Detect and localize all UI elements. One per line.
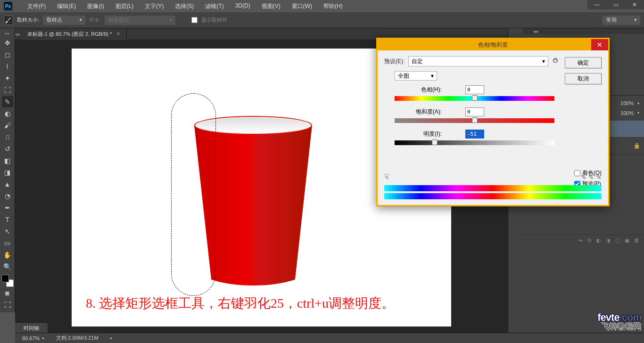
menu-view[interactable]: 视图(V) xyxy=(256,0,286,12)
show-sample-ring-label: 显示取样环 xyxy=(201,16,227,24)
menu-file[interactable]: 文件(F) xyxy=(22,0,51,12)
workspace-select[interactable]: 常用 xyxy=(603,16,640,25)
group-icon[interactable]: ▢ xyxy=(615,237,620,244)
lightness-label: 明度(I): xyxy=(395,130,465,138)
maximize-button[interactable]: ▭ xyxy=(606,0,625,9)
mask-icon[interactable]: ◐ xyxy=(596,237,601,244)
blur-tool[interactable]: ▲ xyxy=(2,179,13,190)
crop-tool[interactable]: ⛶ xyxy=(2,84,13,96)
lightness-input[interactable] xyxy=(465,130,484,139)
eraser-tool[interactable]: ◧ xyxy=(2,155,13,166)
cancel-button[interactable]: 取消 xyxy=(565,73,602,84)
opacity-value-1[interactable]: 100% xyxy=(615,100,634,106)
lasso-tool[interactable]: ⌇ xyxy=(2,61,13,72)
screen-mode-tool[interactable]: ⛶ xyxy=(2,299,13,310)
app-logo: Ps xyxy=(4,2,12,10)
menu-help[interactable]: 帮助(H) xyxy=(318,0,348,12)
menu-layer[interactable]: 图层(L) xyxy=(110,0,140,12)
colorize-checkbox-label[interactable]: 着色(O) xyxy=(574,169,602,177)
text-tool[interactable]: T xyxy=(2,214,13,225)
minimize-button[interactable]: — xyxy=(587,0,606,9)
zoom-level: 80.67% ▸ xyxy=(22,335,44,341)
colorize-checkbox[interactable] xyxy=(574,170,580,176)
dialog-title: 色相/饱和度 xyxy=(478,41,508,49)
scrubby-slider-icon[interactable]: ☟ xyxy=(384,172,389,181)
menu-filter[interactable]: 滤镜(T) xyxy=(199,0,229,12)
annotation-text: 8. 选择矩形选框工具，右键羽化25，ctrl+u调整明度。 xyxy=(86,294,395,312)
zoom-tool[interactable]: 🔍 xyxy=(2,261,13,272)
watermark: fevte.com 飞特教程网 xyxy=(597,311,642,332)
fx-icon[interactable]: fx xyxy=(587,237,592,244)
saturation-slider[interactable] xyxy=(395,118,554,123)
menu-type[interactable]: 文字(Y) xyxy=(139,0,169,12)
range-select[interactable]: 全图 xyxy=(395,71,437,81)
shape-tool[interactable]: ▭ xyxy=(2,237,13,249)
magic-wand-tool[interactable]: ✦ xyxy=(2,73,13,84)
gradient-tool[interactable]: ◨ xyxy=(2,167,13,178)
timeline-tab[interactable]: 时间轴 xyxy=(15,323,48,333)
options-bar: 取样大小: 取样点 样本: 所有图层 显示取样环 常用 xyxy=(0,12,644,28)
dodge-tool[interactable]: ◔ xyxy=(2,190,13,202)
foreground-background-colors[interactable] xyxy=(1,275,14,287)
menu-window[interactable]: 窗口(W) xyxy=(286,0,318,12)
ok-button[interactable]: 确定 xyxy=(565,57,602,68)
zoom-chevron-icon[interactable]: ▸ xyxy=(42,336,44,340)
sample-label: 样本: xyxy=(89,16,101,24)
layers-footer: ⇔ fx ◐ ◑ ▢ ▣ 🗑 xyxy=(523,235,644,246)
hand-tool[interactable]: ✋ xyxy=(2,249,13,261)
tab-close-icon[interactable]: × xyxy=(116,31,120,37)
doc-info: 文档:2.00M/3.21M xyxy=(56,335,98,342)
pen-tool[interactable]: ✒ xyxy=(2,202,13,213)
doc-info-chevron-icon[interactable]: ▸ xyxy=(110,336,112,340)
close-window-button[interactable]: ✕ xyxy=(625,0,644,9)
foreground-color-swatch[interactable] xyxy=(1,275,9,282)
hue-saturation-dialog: 色相/饱和度 ✕ 预设(E): 自定 确定 取消 全图 色相(H): 饱和度(A… xyxy=(376,38,610,206)
eyedropper-tool-icon[interactable] xyxy=(4,16,13,25)
panel-collapse-top[interactable]: ◂◂ xyxy=(523,28,644,34)
opacity-value-2[interactable]: 100% xyxy=(615,110,634,116)
zoom-value[interactable]: 80.67% xyxy=(22,335,40,341)
move-tool[interactable]: ✥ xyxy=(2,37,13,49)
trash-icon[interactable]: 🗑 xyxy=(634,237,639,244)
lock-icon[interactable]: 🔒 xyxy=(634,143,640,149)
menu-image[interactable]: 图像(I) xyxy=(82,0,109,12)
sample-size-label: 取样大小: xyxy=(17,16,39,24)
status-bar: 80.67% ▸ 文档:2.00M/3.21M ▸ xyxy=(15,333,644,343)
link-layers-icon[interactable]: ⇔ xyxy=(578,237,583,244)
hue-label: 色相(H): xyxy=(395,86,465,94)
hue-reference-bars xyxy=(384,185,602,199)
dialog-title-bar[interactable]: 色相/饱和度 ✕ xyxy=(378,39,608,50)
sample-select[interactable]: 所有图层 xyxy=(105,16,175,25)
brush-tool[interactable]: 🖌 xyxy=(2,120,13,131)
hue-slider[interactable] xyxy=(395,96,554,101)
lightness-slider[interactable] xyxy=(395,140,554,145)
colorize-text: 着色(O) xyxy=(582,169,602,177)
collapse-left-icon[interactable]: ▸▸ xyxy=(15,28,21,40)
menu-edit[interactable]: 编辑(E) xyxy=(51,0,82,12)
menu-select[interactable]: 选择(S) xyxy=(169,0,199,12)
eyedropper-tool[interactable]: ✎ xyxy=(2,96,13,107)
marquee-tool[interactable]: ◻ xyxy=(2,49,13,60)
dialog-close-button[interactable]: ✕ xyxy=(591,39,608,50)
sample-size-select[interactable]: 取样点 xyxy=(43,16,85,25)
spot-heal-tool[interactable]: ◐ xyxy=(2,108,13,119)
show-sample-ring-checkbox[interactable] xyxy=(191,17,198,23)
saturation-label: 饱和度(A): xyxy=(395,108,465,116)
history-brush-tool[interactable]: ↺ xyxy=(2,143,13,155)
new-layer-icon[interactable]: ▣ xyxy=(625,237,629,244)
marquee-selection xyxy=(171,93,216,296)
path-select-tool[interactable]: ↖ xyxy=(2,226,13,237)
hue-input[interactable] xyxy=(465,85,484,94)
clone-stamp-tool[interactable]: ⎍ xyxy=(2,131,13,143)
menubar: 文件(F) 编辑(E) 图像(I) 图层(L) 文字(Y) 选择(S) 滤镜(T… xyxy=(22,0,348,12)
saturation-input[interactable] xyxy=(465,107,484,116)
preset-label: 预设(E): xyxy=(384,57,405,65)
preset-select[interactable]: 自定 xyxy=(408,56,548,66)
menu-3d[interactable]: 3D(D) xyxy=(230,0,256,12)
document-tab-title: 未标题-1 @ 80.7% (图层 2, RGB/8) * xyxy=(27,31,112,38)
quick-mask-tool[interactable]: ◙ xyxy=(2,287,13,299)
fill-adjust-icon[interactable]: ◑ xyxy=(606,237,611,244)
document-tab[interactable]: 未标题-1 @ 80.7% (图层 2, RGB/8) * × xyxy=(22,28,127,40)
preset-options-gear-icon[interactable] xyxy=(552,57,559,65)
collapse-double-arrow-icon[interactable]: ▸▸ xyxy=(2,30,13,37)
